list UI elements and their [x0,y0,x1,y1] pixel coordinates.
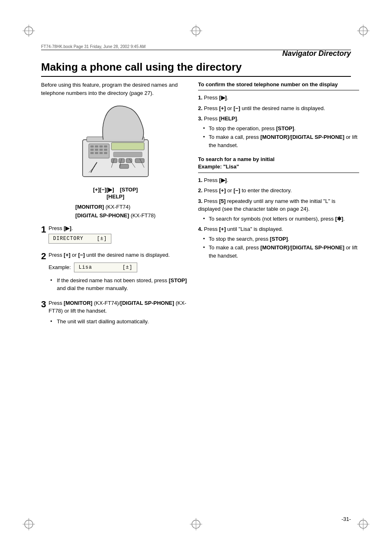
right-confirm-step3-num: 3. [198,115,203,122]
step-2-bullets: If the desired name has not been stored,… [50,276,190,292]
svg-rect-26 [95,149,98,151]
svg-rect-35 [111,159,117,163]
svg-rect-33 [111,143,144,150]
svg-rect-31 [99,152,103,154]
step-1-text: Press [▶]. DIRECTORY [±] [48,224,190,246]
reg-mark-tl [23,25,35,37]
step-3-bullet-1: The unit will start dialling automatical… [50,318,190,326]
reg-mark-bm [190,518,202,530]
step-2-text: Press [+] or [−] until the desired name … [48,251,190,293]
phone-illustration: [+][−][▶] [STOP] [HELP] [MONITOR] (KX-FT… [41,103,190,220]
plus-bracket: [+][−][▶] [93,187,114,193]
right-search-step2: 2. Press [+] or [−] to enter the directo… [198,187,359,195]
step-2-bullet-1: If the desired name has not been stored,… [50,276,190,292]
svg-rect-25 [90,149,94,151]
svg-rect-21 [90,145,94,147]
page-wrapper: FT74-78HK.book Page 31 Friday, June 28, … [0,0,392,555]
svg-rect-30 [95,152,98,154]
right-search-bullet-2: To stop the search, press [STOP]. [203,235,359,243]
right-confirm-step2: 2. Press [+] or [−] until the desired na… [198,104,359,113]
right-section-search: To search for a name by initialExample: … [198,156,359,260]
step-3-number: 3 [41,299,46,310]
two-column-layout: Before using this feature, program the d… [41,81,351,332]
right-search-bullet-1: To search for symbols (not letters or nu… [203,215,359,223]
right-search-step3: 3. Press [5] repeatedly until any name w… [198,197,359,223]
right-confirm-bullet-1: To stop the operation, press [STOP]. [203,124,359,133]
right-confirm-step2-num: 2. [198,105,203,111]
svg-rect-27 [99,149,103,151]
right-confirm-bullet-2: To make a call, press [MONITOR]/[DIGITAL… [203,133,359,149]
svg-rect-29 [90,152,94,154]
reg-mark-bl [23,518,35,530]
phone-svg [70,103,161,185]
svg-rect-28 [104,149,107,151]
example-label: Example: [48,263,71,272]
intro-text: Before using this feature, program the d… [41,81,190,97]
svg-rect-37 [126,159,132,163]
step-2-block: 2 Press [+] or [−] until the desired nam… [41,251,190,293]
right-section-confirm: To confirm the stored telephone number o… [198,81,359,149]
right-search-step4-bullets: To stop the search, press [STOP]. To mak… [203,235,359,260]
left-column: Before using this feature, program the d… [41,81,190,332]
svg-rect-34 [113,152,142,157]
right-search-bullet-3: To make a call, press [MONITOR]/[DIGITAL… [203,244,359,260]
step-2-example: Example: Lisa [±] [48,261,190,274]
svg-rect-22 [95,145,98,147]
right-section-search-title: To search for a name by initialExample: … [198,156,359,173]
stop-bracket: [STOP] [120,187,138,193]
page-title: Making a phone call using the directory [41,61,351,77]
section-title: Navigator Directory [282,49,351,58]
page-number: -31- [341,516,351,522]
svg-rect-39 [120,164,129,168]
help-label: [HELP] [106,193,124,200]
right-confirm-step1: 1. Press [▶]. [198,94,359,102]
step-1-block: 1 Press [▶]. DIRECTORY [±] [41,224,190,246]
right-search-step3-num: 3. [198,198,203,204]
right-search-step3-bullets: To search for symbols (not letters or nu… [203,215,359,223]
right-search-step2-num: 2. [198,187,203,193]
right-search-step4-num: 4. [198,226,203,232]
file-info: FT74-78HK.book Page 31 Friday, June 28, … [41,44,145,49]
right-confirm-step1-num: 1. [198,94,203,101]
reg-mark-tm [190,25,202,37]
right-search-step4: 4. Press [+] until "Lisa" is displayed. … [198,225,359,260]
svg-rect-38 [135,159,144,163]
svg-rect-23 [99,145,103,147]
right-search-step1: 1. Press [▶]. [198,176,359,184]
step-3-bullets: The unit will start dialling automatical… [50,318,190,326]
step-1-number: 1 [41,224,46,235]
monitor-label: [MONITOR] (KX-FT74) [DIGITAL SP-PHONE] (… [75,203,155,220]
step-3-text: Press [MONITOR] (KX-FT74)/[DIGITAL SP-PH… [48,299,190,327]
main-content: Making a phone call using the directory … [41,61,351,514]
reg-mark-tr [357,25,369,37]
right-column: To confirm the stored telephone number o… [198,81,359,332]
svg-rect-32 [104,152,107,154]
right-confirm-step3: 3. Press [HELP]. To stop the operation, … [198,115,359,149]
step-3-block: 3 Press [MONITOR] (KX-FT74)/[DIGITAL SP-… [41,299,190,327]
step-2-number: 2 [41,251,46,262]
step-1-lcd: DIRECTORY [±] [48,234,111,244]
button-labels: [+][−][▶] [STOP] [93,187,138,193]
svg-rect-24 [104,145,107,147]
right-confirm-step3-bullets: To stop the operation, press [STOP]. To … [203,124,359,150]
reg-mark-br [357,518,369,530]
right-search-step1-num: 1. [198,177,203,183]
right-section-confirm-title: To confirm the stored telephone number o… [198,81,359,90]
step-2-lcd: Lisa [±] [74,263,137,272]
